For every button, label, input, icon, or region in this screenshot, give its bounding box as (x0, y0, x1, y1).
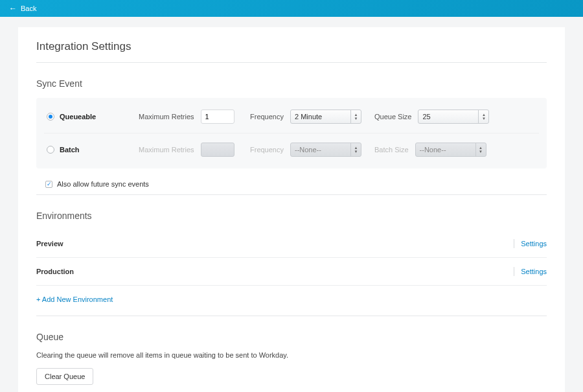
sync-row-queueable: Queueable Maximum Retries Frequency 2 Mi… (44, 100, 539, 133)
environments-heading: Environments (36, 211, 547, 221)
queue-size-select[interactable]: 25 ▲▼ (418, 110, 489, 124)
environment-row-production: Production Settings (36, 258, 547, 286)
environment-name: Preview (36, 240, 63, 248)
stepper-icon: ▲▼ (350, 143, 361, 156)
allow-future-checkbox[interactable]: ✓ (45, 181, 52, 188)
page-title: Integration Settings (36, 40, 547, 53)
batch-frequency-select: --None-- ▲▼ (290, 143, 361, 157)
allow-future-label: Also allow future sync events (57, 180, 149, 188)
divider (36, 62, 547, 63)
radio-queueable-label: Queueable (60, 113, 96, 121)
batch-size-label: Batch Size (374, 146, 409, 154)
stepper-icon: ▲▼ (350, 110, 361, 123)
stepper-icon: ▲▼ (478, 110, 488, 123)
batch-size-value: --None-- (420, 146, 446, 154)
radio-queueable[interactable] (47, 113, 54, 121)
queue-description: Clearing the queue will remove all items… (36, 351, 547, 359)
settings-card: Integration Settings Sync Event Queueabl… (18, 27, 565, 392)
divider (514, 267, 514, 276)
environment-settings-link[interactable]: Settings (521, 240, 547, 248)
sync-event-heading: Sync Event (36, 78, 547, 89)
stepper-icon: ▲▼ (475, 143, 486, 156)
app-header: ← Back (0, 0, 583, 17)
back-label: Back (21, 5, 36, 12)
batch-max-retries-label: Maximum Retries (139, 146, 194, 154)
frequency-select[interactable]: 2 Minute ▲▼ (290, 110, 361, 124)
queue-size-value: 25 (422, 113, 430, 121)
arrow-left-icon: ← (9, 4, 17, 13)
queue-size-label: Queue Size (374, 113, 411, 121)
allow-future-row: ✓ Also allow future sync events (36, 178, 547, 194)
environment-row-preview: Preview Settings (36, 230, 547, 258)
queue-heading: Queue (36, 332, 547, 342)
divider (514, 239, 514, 248)
divider (36, 194, 547, 195)
add-environment-link[interactable]: + Add New Environment (36, 295, 113, 303)
divider (36, 316, 547, 316)
back-button[interactable]: ← Back (9, 4, 36, 13)
clear-queue-button[interactable]: Clear Queue (36, 368, 93, 385)
radio-batch[interactable] (47, 146, 54, 154)
batch-frequency-value: --None-- (295, 146, 321, 154)
frequency-label: Frequency (250, 113, 284, 121)
sync-row-batch: Batch Maximum Retries Frequency --None--… (44, 133, 539, 166)
max-retries-input[interactable] (201, 110, 234, 124)
max-retries-label: Maximum Retries (139, 113, 194, 121)
environment-name: Production (36, 268, 74, 275)
frequency-value: 2 Minute (295, 113, 322, 121)
batch-max-retries-input (201, 143, 234, 157)
sync-event-panel: Queueable Maximum Retries Frequency 2 Mi… (36, 98, 547, 168)
batch-frequency-label: Frequency (250, 146, 284, 154)
batch-size-select: --None-- ▲▼ (415, 143, 486, 157)
environment-settings-link[interactable]: Settings (521, 268, 547, 275)
radio-batch-label: Batch (60, 146, 80, 154)
